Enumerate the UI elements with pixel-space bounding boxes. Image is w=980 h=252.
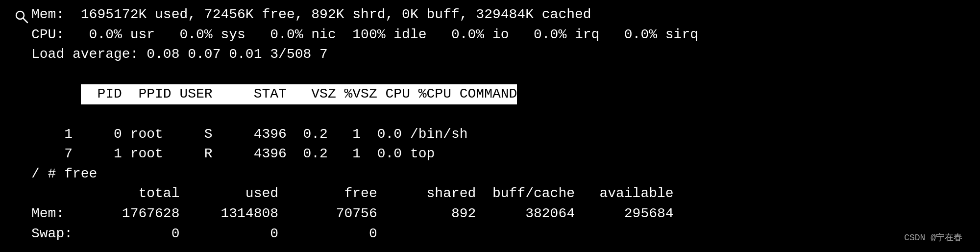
search-icon bbox=[14, 9, 29, 25]
proc1-line: 1 0 root S 4396 0.2 1 0.0 /bin/sh bbox=[31, 125, 970, 145]
mem-info-line: Mem: 1695172K used, 72456K free, 892K sh… bbox=[31, 5, 970, 25]
free-command-line: / # free bbox=[31, 164, 970, 184]
terminal-container: Mem: 1695172K used, 72456K free, 892K sh… bbox=[10, 5, 970, 247]
free-header-line: total used free shared buff/cache availa… bbox=[31, 184, 970, 204]
proc7-line: 7 1 root R 4396 0.2 1 0.0 top bbox=[31, 144, 970, 164]
mem-row-line: Mem: 1767628 1314808 70756 892 382064 29… bbox=[31, 204, 970, 224]
watermark-text: CSDN @宁在春 bbox=[904, 231, 962, 243]
table-header-text: PID PPID USER STAT VSZ %VSZ CPU %CPU COM… bbox=[81, 84, 517, 104]
svg-line-1 bbox=[23, 18, 27, 23]
swap-row-line: Swap: 0 0 0 bbox=[31, 224, 970, 244]
load-avg-line: Load average: 0.08 0.07 0.01 3/508 7 bbox=[31, 45, 970, 65]
prompt-line[interactable]: / # bbox=[31, 244, 970, 252]
table-header-line: PID PPID USER STAT VSZ %VSZ CPU %CPU COM… bbox=[31, 65, 970, 125]
cpu-info-line: CPU: 0.0% usr 0.0% sys 0.0% nic 100% idl… bbox=[31, 25, 970, 45]
